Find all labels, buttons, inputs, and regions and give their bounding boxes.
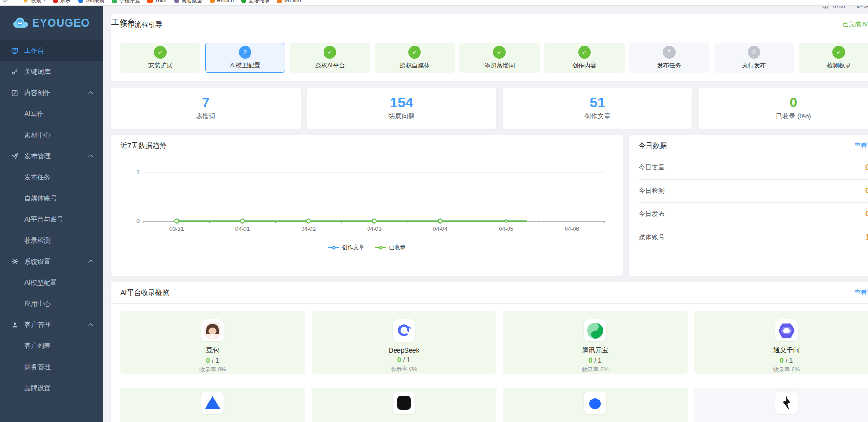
step-status-icon: ✓ <box>324 46 336 59</box>
sidebar-item-1[interactable]: 关键词库 <box>0 61 103 82</box>
flow-step[interactable]: 7 发布任务 <box>629 43 709 73</box>
send-icon <box>10 152 19 161</box>
star-icon: ★ <box>23 0 29 3</box>
today-data-card: 今日数据 查看详情 今日文章 0 今日检测 0 今日发布 0 媒体账号 1 <box>629 135 868 276</box>
sidebar-item-16[interactable]: 品牌设置 <box>0 378 103 399</box>
sidebar-item-14[interactable]: 客户列表 <box>0 335 103 356</box>
today-detail-link[interactable]: 查看详情 <box>854 141 868 150</box>
step-status-icon: ✓ <box>578 46 591 59</box>
sidebar-item-5[interactable]: 发布管理 <box>0 146 103 167</box>
page-title: 工作台 <box>111 17 135 28</box>
sidebar-item-15[interactable]: 财务管理 <box>0 356 103 378</box>
step-status-icon: ✓ <box>832 46 845 59</box>
sidebar-item-9[interactable]: 收录检测 <box>0 230 103 251</box>
favicon <box>241 0 246 3</box>
middle-row: 近7天数据趋势 0103-3104-0104-0204-0304-0404-05… <box>111 135 868 276</box>
flow-step[interactable]: ✓ 授权自媒体 <box>375 43 455 73</box>
sidebar-item-6[interactable]: 发布任务 <box>0 167 103 188</box>
flow-step[interactable]: ✓ 添加蒸馏词 <box>459 43 539 73</box>
stat-card: 7 蒸馏词 <box>111 88 301 129</box>
legend-line-marker-icon <box>375 247 386 248</box>
bookmark-item[interactable]: 360采购 <box>78 0 104 4</box>
edit-icon <box>10 89 19 97</box>
chevron-up-icon <box>88 91 93 96</box>
svg-text:04-06: 04-06 <box>565 226 579 232</box>
today-rows: 今日文章 0 今日检测 0 今日发布 0 媒体账号 1 <box>629 156 868 249</box>
bookmark-item[interactable]: 小程序盒 <box>112 0 140 4</box>
trend-chart-title: 近7天数据趋势 <box>120 141 166 150</box>
flow-step[interactable]: ✓ 检测收录 <box>799 43 868 73</box>
sidebar: EYOUGEO 工作台关键词库内容创作AI写作素材中心发布管理发布任务自媒体账号… <box>0 6 103 422</box>
sidebar-item-11[interactable]: AI模型配置 <box>0 272 103 293</box>
ai-overview-card: AI平台收录概览 查看详情 豆包 0 / 1 收录率 0% DeepSeek 0… <box>111 282 868 422</box>
app-logo[interactable]: EYOUGEO <box>0 6 103 40</box>
favicon <box>53 0 58 3</box>
chevron-up-icon <box>88 323 93 328</box>
flow-step[interactable]: 8 执行发布 <box>714 43 794 73</box>
stat-card: 154 拓展问题 <box>307 88 497 129</box>
favicon <box>210 0 215 3</box>
browser-apps-icon[interactable]: ⟳ <box>3 0 7 4</box>
bookmarks-folder-label: 收藏 <box>31 0 41 4</box>
flow-progress-label: 已完成 6/9 步 <box>843 20 868 29</box>
platform-card: 通义千问 0 / 1 收录率 0% <box>694 311 868 374</box>
sidebar-item-3[interactable]: AI写作 <box>0 104 103 125</box>
yuanbao-swirl-icon <box>584 319 606 341</box>
favicon <box>174 0 179 3</box>
platform-card <box>312 388 497 422</box>
sidebar-item-4[interactable]: 素材中心 <box>0 125 103 146</box>
stat-card: 51 创作文章 <box>503 88 692 129</box>
step-status-icon: ✓ <box>493 46 506 59</box>
chevron-up-icon <box>88 155 93 159</box>
bookmark-item[interactable]: 南通微盟 <box>174 0 202 4</box>
sidebar-item-8[interactable]: AI平台与账号 <box>0 209 103 230</box>
user-icon <box>10 321 19 329</box>
favicon <box>277 0 282 3</box>
sidebar-item-0[interactable]: 工作台 <box>0 40 103 61</box>
chevron-down-icon: ▾ <box>44 0 45 3</box>
bookmark-item[interactable]: 京东 <box>53 0 71 4</box>
divider <box>15 0 15 4</box>
favicon <box>112 0 117 3</box>
blue-dot-icon <box>584 392 606 414</box>
ai-detail-link[interactable]: 查看详情 <box>854 289 868 297</box>
sidebar-item-2[interactable]: 内容创作 <box>0 82 103 104</box>
sidebar-item-7[interactable]: 自媒体账号 <box>0 188 103 209</box>
cloud-logo-icon <box>13 17 29 29</box>
key-icon <box>11 68 19 76</box>
sidebar-item-10[interactable]: 系统设置 <box>0 251 103 272</box>
bookmark-item[interactable]: eyoucn <box>210 0 234 3</box>
dark-glyph-icon <box>775 392 798 414</box>
dashboard-icon <box>10 47 19 55</box>
legend-item[interactable]: 已收录 <box>375 244 406 252</box>
sidebar-item-12[interactable]: 应用中心 <box>0 293 103 314</box>
bookmark-item[interactable]: wh-nim <box>277 0 301 3</box>
platform-card <box>120 388 305 422</box>
flow-step[interactable]: ✓ 授权AI平台 <box>290 43 370 73</box>
step-status-icon: ✓ <box>154 46 167 59</box>
bookmark-item[interactable]: 宝塔纯净 <box>241 0 269 4</box>
platform-card <box>503 388 688 422</box>
bookmark-item[interactable]: 1688 <box>147 0 166 3</box>
trend-chart-card: 近7天数据趋势 0103-3104-0104-0204-0304-0404-05… <box>111 135 623 276</box>
favicon <box>147 0 153 3</box>
ai-overview-title: AI平台收录概览 <box>120 289 169 297</box>
dashboard-icon <box>11 47 19 55</box>
black-square-icon <box>393 392 415 414</box>
svg-text:04-02: 04-02 <box>301 226 316 232</box>
flow-step[interactable]: 2 AI模型配置 <box>205 43 285 73</box>
key-icon <box>10 68 19 76</box>
legend-item[interactable]: 创作文章 <box>328 244 365 252</box>
bookmarks-folder[interactable]: ★ 收藏 ▾ <box>23 0 45 4</box>
favicon <box>78 0 83 3</box>
user-icon <box>11 321 19 329</box>
logo-text: EYOUGEO <box>32 17 90 30</box>
svg-text:0: 0 <box>136 218 140 224</box>
flow-step[interactable]: ✓ 创作内容 <box>544 43 625 73</box>
edit-icon <box>11 89 19 97</box>
flow-step[interactable]: ✓ 安装扩展 <box>120 43 200 73</box>
gear-icon <box>10 258 19 266</box>
svg-text:04-05: 04-05 <box>499 226 514 232</box>
gear-icon <box>11 258 19 266</box>
sidebar-item-13[interactable]: 客户管理 <box>0 314 103 335</box>
